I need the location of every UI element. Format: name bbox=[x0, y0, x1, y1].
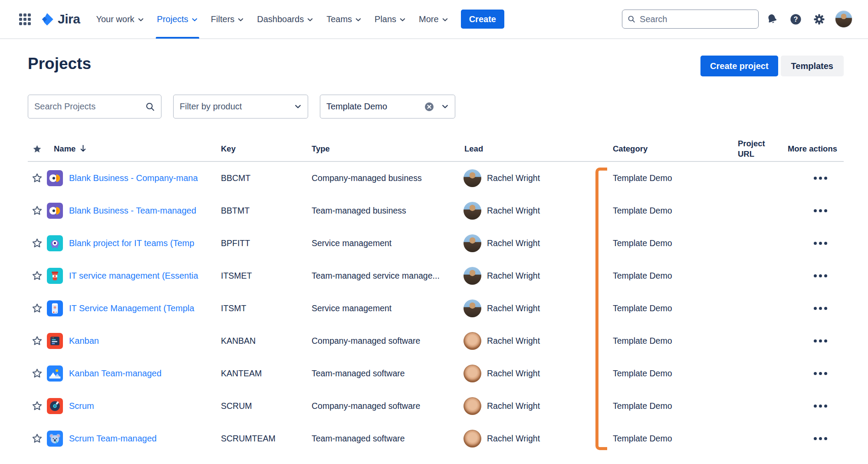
favorite-star-icon[interactable] bbox=[31, 237, 43, 249]
jira-projects-page: Jira Your work Projects Filters Dashboar… bbox=[0, 0, 868, 464]
star-filled-icon bbox=[32, 144, 42, 154]
nav-item-plans[interactable]: Plans bbox=[368, 0, 412, 39]
project-name-link[interactable]: Kanban bbox=[69, 336, 99, 346]
chevron-down-icon bbox=[237, 16, 244, 23]
project-key: KANTEAM bbox=[221, 369, 312, 378]
global-search-input[interactable] bbox=[640, 14, 753, 24]
more-actions-button[interactable] bbox=[813, 272, 828, 280]
nav-item-more[interactable]: More bbox=[412, 0, 455, 39]
project-category: Template Demo bbox=[597, 238, 733, 248]
nav-item-teams[interactable]: Teams bbox=[320, 0, 368, 39]
project-key: ITSMET bbox=[221, 271, 312, 281]
create-project-button[interactable]: Create project bbox=[700, 56, 778, 76]
page-header-actions: Create project Templates bbox=[700, 56, 844, 76]
notifications-bell-icon[interactable] bbox=[762, 9, 782, 29]
lead-name: Rachel Wright bbox=[487, 271, 540, 281]
more-actions-button[interactable] bbox=[813, 434, 828, 443]
search-projects-field[interactable] bbox=[28, 95, 161, 118]
lead-name: Rachel Wright bbox=[487, 401, 540, 411]
settings-gear-icon[interactable] bbox=[809, 9, 829, 29]
create-button[interactable]: Create bbox=[461, 10, 504, 29]
table-row: Kanban Team-managed KANTEAM Team-managed… bbox=[28, 357, 844, 390]
lead-column-header: Lead bbox=[460, 144, 597, 154]
lead-avatar bbox=[464, 332, 481, 350]
project-avatar-icon bbox=[47, 300, 63, 316]
table-row: Scrum Team-managed SCRUMTEAM Team-manage… bbox=[28, 422, 844, 455]
project-name-link[interactable]: IT Service Management (Templa bbox=[69, 303, 194, 313]
project-name-link[interactable]: Blank project for IT teams (Temp bbox=[69, 238, 194, 248]
project-key: ITSMT bbox=[221, 303, 312, 313]
project-avatar-icon bbox=[47, 268, 63, 284]
type-column-header: Type bbox=[312, 144, 460, 154]
project-key: BPFITT bbox=[221, 238, 312, 248]
projects-table-body: Blank Business - Company-mana BBCMT Comp… bbox=[28, 162, 844, 455]
project-lead: Rachel Wright bbox=[460, 430, 597, 448]
project-avatar-icon bbox=[47, 398, 63, 414]
search-projects-input[interactable] bbox=[34, 102, 134, 112]
project-lead: Rachel Wright bbox=[460, 202, 597, 220]
chevron-down-icon bbox=[442, 16, 448, 23]
sort-descending-icon bbox=[79, 145, 87, 153]
filter-by-product-dropdown[interactable]: Filter by product bbox=[173, 95, 308, 118]
favorite-star-icon[interactable] bbox=[31, 433, 43, 444]
nav-item-dashboards[interactable]: Dashboards bbox=[250, 0, 320, 39]
more-actions-button[interactable] bbox=[813, 174, 828, 182]
project-lead: Rachel Wright bbox=[460, 365, 597, 382]
filter-bar: Filter by product Template Demo bbox=[28, 95, 455, 118]
app-switcher-icon[interactable] bbox=[16, 10, 34, 28]
global-search[interactable] bbox=[622, 10, 759, 29]
projects-table: Name Key Type Lead Category Project URL … bbox=[28, 137, 844, 455]
favorite-star-icon[interactable] bbox=[31, 368, 43, 379]
project-key: SCRUM bbox=[221, 401, 312, 411]
search-icon bbox=[628, 15, 635, 23]
more-actions-button[interactable] bbox=[813, 369, 828, 378]
more-actions-button[interactable] bbox=[813, 239, 828, 247]
project-name-link[interactable]: Scrum bbox=[69, 401, 94, 411]
project-name-link[interactable]: Blank Business - Company-mana bbox=[69, 173, 198, 183]
project-category: Template Demo bbox=[597, 271, 733, 281]
projects-table-header: Name Key Type Lead Category Project URL … bbox=[28, 137, 844, 162]
chevron-down-icon bbox=[294, 103, 302, 110]
project-type: Team-managed software bbox=[312, 369, 460, 378]
more-actions-button[interactable] bbox=[813, 337, 828, 345]
table-row: IT service management (Essentia ITSMET T… bbox=[28, 260, 844, 292]
nav-item-projects[interactable]: Projects bbox=[151, 0, 204, 39]
favorite-star-icon[interactable] bbox=[31, 270, 43, 282]
help-icon[interactable]: ? bbox=[786, 9, 806, 29]
more-actions-button[interactable] bbox=[813, 304, 828, 313]
project-name-link[interactable]: Scrum Team-managed bbox=[69, 434, 157, 444]
chevron-down-icon bbox=[399, 16, 406, 23]
lead-name: Rachel Wright bbox=[487, 173, 540, 183]
project-category: Template Demo bbox=[597, 206, 733, 216]
nav-item-filters[interactable]: Filters bbox=[204, 0, 250, 39]
nav-item-your-work[interactable]: Your work bbox=[89, 0, 150, 39]
more-actions-button[interactable] bbox=[813, 402, 828, 410]
category-filter-dropdown[interactable]: Template Demo bbox=[320, 95, 455, 118]
project-category: Template Demo bbox=[597, 303, 733, 313]
project-type: Service management bbox=[312, 238, 460, 248]
clear-filter-icon[interactable] bbox=[424, 102, 434, 112]
project-name-link[interactable]: Kanban Team-managed bbox=[69, 369, 161, 378]
favorite-star-icon[interactable] bbox=[31, 205, 43, 217]
project-avatar-icon bbox=[47, 333, 63, 349]
templates-button[interactable]: Templates bbox=[781, 56, 844, 76]
favorite-star-icon[interactable] bbox=[31, 335, 43, 347]
jira-logo[interactable]: Jira bbox=[40, 12, 80, 26]
project-url-column-header: Project URL bbox=[733, 138, 777, 159]
user-avatar[interactable] bbox=[835, 10, 852, 28]
key-column-header: Key bbox=[221, 144, 312, 154]
favorite-star-icon[interactable] bbox=[31, 400, 43, 412]
favorite-star-icon[interactable] bbox=[31, 172, 43, 184]
project-lead: Rachel Wright bbox=[460, 332, 597, 350]
table-row: Kanban KANBAN Company-managed software R… bbox=[28, 325, 844, 357]
table-row: Blank Business - Company-mana BBCMT Comp… bbox=[28, 162, 844, 194]
project-name-link[interactable]: IT service management (Essentia bbox=[69, 271, 198, 281]
project-type: Company-managed software bbox=[312, 336, 460, 346]
name-column-header[interactable]: Name bbox=[45, 144, 221, 154]
project-avatar-icon bbox=[47, 170, 63, 186]
project-category: Template Demo bbox=[597, 401, 733, 411]
favorite-star-icon[interactable] bbox=[31, 303, 43, 314]
project-name-link[interactable]: Blank Business - Team-managed bbox=[69, 206, 196, 216]
more-actions-button[interactable] bbox=[813, 207, 828, 215]
favorite-column-header bbox=[28, 144, 45, 154]
